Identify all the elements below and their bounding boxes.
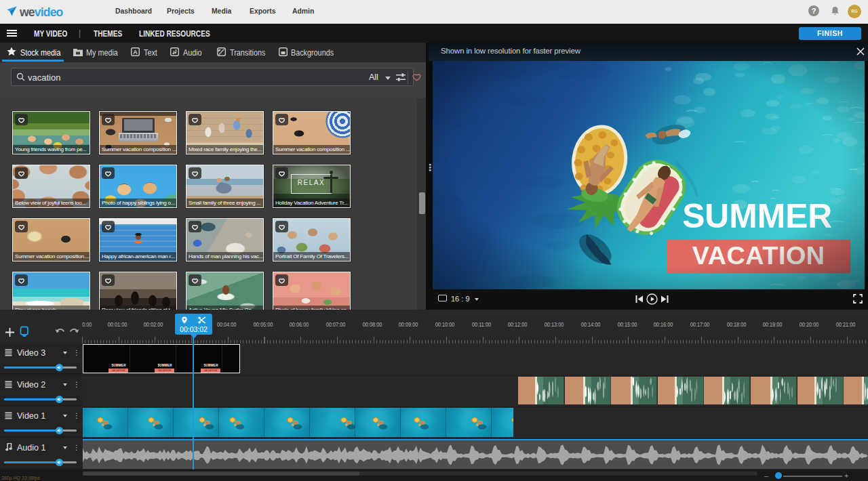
svg-text:A: A bbox=[133, 49, 138, 56]
